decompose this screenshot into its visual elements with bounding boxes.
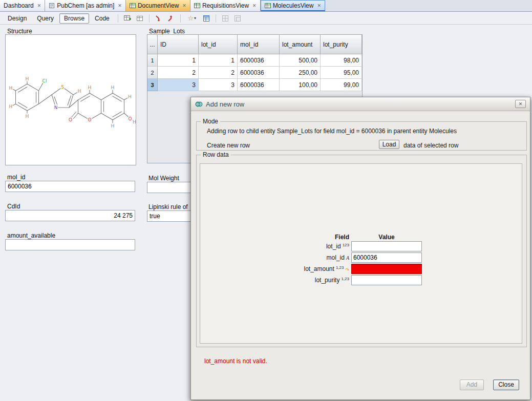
field-label: lot_id 123: [200, 241, 349, 251]
lot-id-input[interactable]: [351, 241, 422, 251]
tab-pubchem[interactable]: PubChem [as admin] ✕: [45, 0, 126, 11]
widget-grid-button[interactable]: [220, 13, 231, 24]
field-label: lot_purity 1,23: [200, 275, 349, 285]
tab-moleculesview[interactable]: MoleculesView ✕: [261, 0, 325, 11]
close-icon[interactable]: ✕: [317, 3, 321, 8]
cell-lot-amount[interactable]: 500,00: [280, 54, 321, 67]
field-name: lot_id: [326, 243, 341, 250]
cell-lot-purity[interactable]: 98,00: [321, 54, 362, 67]
mol-id-field[interactable]: [5, 181, 135, 192]
column-header-lot-purity[interactable]: lot_purity: [321, 35, 362, 54]
cell-id[interactable]: 2: [158, 67, 199, 79]
tab-requisitionsview[interactable]: RequisitionsView ✕: [190, 0, 261, 11]
atom-label: H: [78, 89, 81, 94]
cell-lot-amount[interactable]: 100,00: [280, 79, 321, 91]
field-column-header: Field: [200, 234, 349, 241]
chevron-down-icon: ▾: [194, 16, 196, 20]
lot-purity-input[interactable]: [351, 275, 422, 285]
row-header[interactable]: 2: [147, 67, 158, 79]
widget-frame-button[interactable]: [232, 13, 243, 24]
cell-lot-id[interactable]: 3: [199, 79, 238, 91]
tab-label: Dashboard: [4, 2, 34, 9]
close-icon[interactable]: ✕: [182, 3, 186, 8]
atom-label: H: [111, 85, 115, 90]
load-button[interactable]: Load: [379, 140, 399, 149]
cell-mol-id[interactable]: 6000036: [238, 67, 280, 79]
table-blue-button[interactable]: [201, 13, 212, 24]
column-header-id[interactable]: ID: [158, 35, 199, 54]
cell-id[interactable]: 3: [158, 79, 199, 91]
app-icon: [195, 100, 203, 108]
atom-label: O: [69, 117, 72, 122]
molecule-structure: Cl S N O O O H H H H H H H H H H: [6, 35, 136, 165]
form-row: mol_id A: [200, 252, 423, 263]
atom-label: O: [128, 116, 132, 121]
browse-mode-button[interactable]: Browse: [59, 13, 89, 24]
field-label: lot_amount 1,23 ↷: [200, 264, 349, 274]
atom-label: H: [9, 104, 13, 109]
close-icon[interactable]: ✕: [37, 3, 41, 8]
toolbar-separator: [149, 14, 150, 23]
favorites-dropdown-button[interactable]: ☆ ▾: [184, 13, 200, 24]
filter-up-button[interactable]: [165, 13, 177, 24]
dialog-titlebar[interactable]: Add new row ✕: [191, 97, 530, 111]
query-mode-button[interactable]: Query: [32, 13, 58, 24]
tab-label: PubChem [as admin]: [57, 2, 114, 9]
atom-label: H: [133, 119, 136, 124]
atom-label: H: [88, 85, 92, 90]
row-data-group: Row data Field Value lot_id 123 mol_id A: [196, 155, 527, 347]
form-icon: [49, 3, 55, 9]
tab-label: RequisitionsView: [202, 2, 249, 9]
mol-id-input[interactable]: [351, 252, 422, 263]
toolbar-separator: [216, 14, 216, 23]
cell-mol-id[interactable]: 6000036: [238, 54, 280, 67]
table-corner-button[interactable]: ...: [147, 35, 158, 54]
tab-dashboard[interactable]: Dashboard ✕: [0, 0, 45, 11]
add-button[interactable]: Add: [460, 379, 484, 390]
row-data-panel: Field Value lot_id 123 mol_id A: [200, 163, 522, 344]
filter-down-button[interactable]: [153, 13, 164, 24]
decimal-type-icon: 1,23: [341, 277, 349, 281]
grid-view-icon: [194, 3, 200, 9]
mode-group: Mode Adding row to child entity Sample_L…: [196, 121, 527, 151]
amount-available-field[interactable]: [5, 239, 135, 250]
structure-label: Structure: [7, 28, 32, 35]
mol-weight-label: Mol Weight: [148, 175, 179, 182]
lot-amount-input[interactable]: [351, 264, 422, 274]
cell-lot-id[interactable]: 2: [199, 67, 238, 79]
tab-label: MoleculesView: [273, 2, 314, 9]
row-header[interactable]: 3: [147, 79, 158, 91]
close-button[interactable]: Close: [493, 379, 519, 390]
load-suffix-text: data of selected row: [403, 142, 458, 149]
code-mode-button[interactable]: Code: [90, 13, 114, 24]
dialog-title: Add new row: [206, 100, 244, 108]
cell-lot-id[interactable]: 1: [199, 54, 238, 67]
design-mode-button[interactable]: Design: [3, 13, 31, 24]
new-grid-view-button[interactable]: [122, 13, 133, 24]
column-header-lot-id[interactable]: lot_id: [199, 35, 238, 54]
column-header-mol-id[interactable]: mol_id: [238, 35, 280, 54]
structure-canvas[interactable]: Cl S N O O O H H H H H H H H H H: [5, 34, 136, 165]
cell-mol-id[interactable]: 6000036: [238, 79, 280, 91]
cell-id[interactable]: 1: [158, 54, 199, 67]
toolbar: Design Query Browse Code ☆ ▾: [0, 12, 532, 25]
close-icon[interactable]: ✕: [252, 3, 257, 8]
grid-view-button[interactable]: [134, 13, 145, 24]
tab-label: DocumentView: [138, 2, 179, 9]
close-icon[interactable]: ✕: [118, 3, 122, 8]
form-row: lot_amount 1,23 ↷: [200, 264, 423, 274]
mol-id-label: mol_id: [7, 174, 25, 181]
atom-label: O: [88, 117, 91, 122]
mode-description: Adding row to child entity Sample_Lots f…: [207, 128, 457, 135]
star-icon: ☆: [187, 15, 194, 22]
cdid-field[interactable]: [5, 210, 135, 221]
dialog-close-button[interactable]: ✕: [515, 100, 526, 108]
cell-lot-purity[interactable]: 99,00: [321, 79, 362, 91]
row-header[interactable]: 1: [147, 54, 158, 67]
value-column-header: Value: [351, 234, 422, 241]
tab-documentview[interactable]: DocumentView ✕: [126, 0, 190, 11]
cell-lot-amount[interactable]: 250,00: [280, 67, 321, 79]
cell-lot-purity[interactable]: 95,00: [321, 67, 362, 79]
table-row: 2 2 2 6000036 250,00 95,00: [147, 67, 362, 79]
column-header-lot-amount[interactable]: lot_amount: [280, 35, 321, 54]
